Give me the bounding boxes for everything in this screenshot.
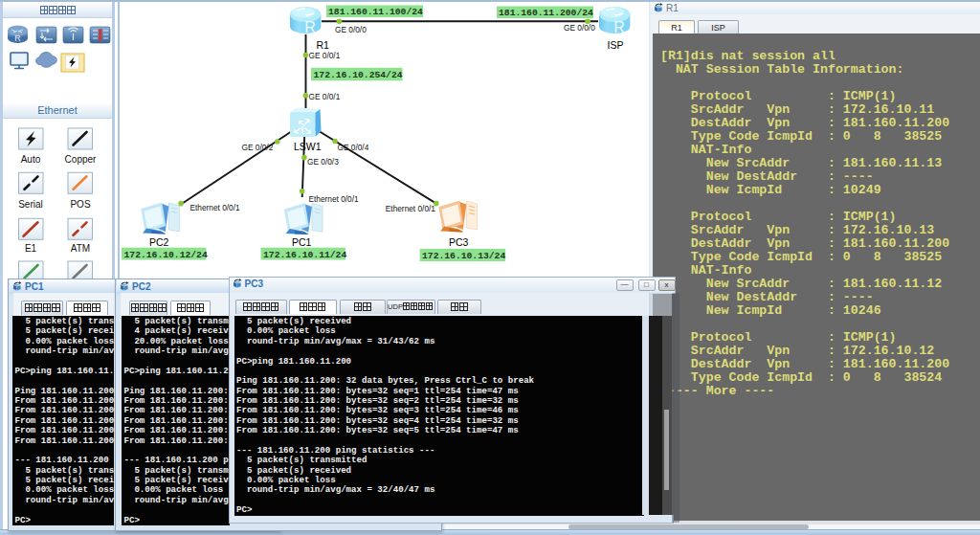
svg-text:GE 0/0/1: GE 0/0/1 <box>309 51 341 60</box>
svg-text:Ethernet 0/0/1: Ethernet 0/0/1 <box>386 204 436 213</box>
svg-text:GE 0/0/0: GE 0/0/0 <box>335 25 367 34</box>
svg-text:GE 0/0/3: GE 0/0/3 <box>307 157 339 167</box>
svg-text:GE 0/0/0: GE 0/0/0 <box>564 23 595 33</box>
svg-text:181.160.11.100/24: 181.160.11.100/24 <box>328 7 423 17</box>
svg-text:PC1: PC1 <box>292 236 312 248</box>
svg-text:ISP: ISP <box>608 39 624 51</box>
svg-text:181.160.11.200/24: 181.160.11.200/24 <box>499 8 593 18</box>
svg-text:Ethernet 0/0/1: Ethernet 0/0/1 <box>309 194 360 204</box>
svg-text:GE 0/0/1: GE 0/0/1 <box>309 92 341 101</box>
svg-text:PC3: PC3 <box>449 236 469 248</box>
svg-text:PC2: PC2 <box>149 236 169 248</box>
svg-text:172.16.10.11/24: 172.16.10.11/24 <box>263 250 346 260</box>
svg-text:Ethernet 0/0/1: Ethernet 0/0/1 <box>190 203 241 212</box>
svg-text:GE 0/0/4: GE 0/0/4 <box>338 143 369 152</box>
svg-text:LSW1: LSW1 <box>294 141 322 152</box>
svg-text:GE 0/0/2: GE 0/0/2 <box>242 143 274 152</box>
svg-text:172.16.10.12/24: 172.16.10.12/24 <box>124 250 208 260</box>
svg-text:R1: R1 <box>317 39 330 51</box>
svg-text:172.16.10.254/24: 172.16.10.254/24 <box>314 70 403 80</box>
svg-text:172.16.10.13/24: 172.16.10.13/24 <box>422 251 505 261</box>
